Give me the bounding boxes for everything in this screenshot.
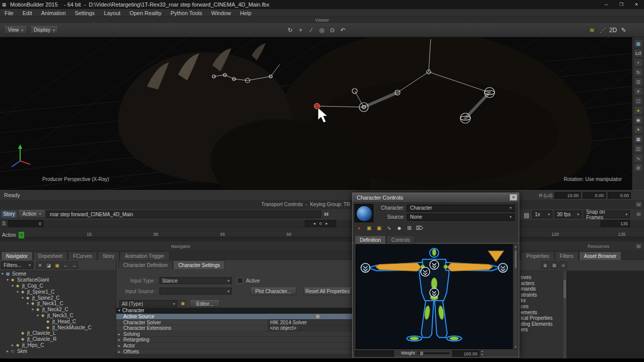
tab-navigator[interactable]: Navigator [1, 251, 33, 260]
blend-field[interactable] [355, 350, 394, 357]
tab-dopesheet[interactable]: Dopesheet [33, 251, 67, 260]
property-group-character[interactable]: ▼Character [116, 308, 352, 314]
curve-dots-icon[interactable]: ⋰ [598, 25, 607, 35]
character-definition-map[interactable] [356, 244, 513, 349]
clear-filter-icon[interactable]: ✕ [36, 261, 44, 269]
viewport-canvas[interactable] [0, 37, 644, 190]
tree-item-jt-spine1-c[interactable]: ▾◆jt_Spine1_C [0, 289, 116, 295]
tree-item-jt-spine2-c[interactable]: ▾◆jt_Spine2_C [0, 295, 116, 301]
tree-item-jt-hips-c[interactable]: ▸◆jt_Hips_C [0, 342, 116, 348]
keying-state-icon[interactable]: ● [355, 224, 363, 232]
fps-dropdown[interactable]: 30 fps [554, 211, 582, 218]
tab-animation-trigger[interactable]: Animation Trigger [120, 251, 169, 260]
tree-item-jt-cog-c[interactable]: ▾◆jt_Cog_C [0, 283, 116, 289]
editor-button[interactable]: Editor... [190, 300, 220, 307]
mirror-icon[interactable]: ⊞ [406, 224, 413, 232]
folder-new-icon[interactable]: ▣ [365, 224, 373, 232]
tree-expander-icon[interactable]: ▸ [12, 343, 16, 347]
tree-expander-icon[interactable]: ▸ [7, 349, 11, 353]
property-checkbox[interactable] [315, 314, 320, 319]
rotation-field-x[interactable]: 10.00 [554, 192, 581, 199]
orbit-icon[interactable]: ↻ [285, 25, 295, 35]
reset-view-icon[interactable]: ⊘ [634, 163, 643, 172]
list-view-icon[interactable]: ≣ [541, 261, 549, 269]
tab-definition[interactable]: Definition [355, 235, 386, 244]
step-down-icon[interactable]: ▾ [481, 353, 483, 356]
tree-item-jt-neckmuscle-c[interactable]: ◆jt_NeckMuscle_C [0, 324, 116, 330]
property-row-active-source[interactable]: Active Source [116, 314, 352, 320]
display-menu-button[interactable]: Display [30, 26, 58, 34]
weight-value-field[interactable]: 100.00 [452, 350, 479, 357]
tree-expander-icon[interactable]: ▾ [7, 278, 11, 282]
tree-expander-icon[interactable]: ▾ [37, 313, 41, 318]
asset-item-fragment[interactable]: ding Elements [519, 321, 562, 327]
tree-expander-icon[interactable]: ▾ [12, 284, 16, 288]
timeline-comb-icon[interactable]: ≋ [587, 25, 597, 35]
tab-asset-browser[interactable]: Asset Browser [579, 251, 621, 260]
asset-item-fragment[interactable]: acters [519, 281, 562, 287]
tab-character-settings[interactable]: Character Settings [173, 260, 225, 269]
pen-icon[interactable]: ✎ [619, 25, 628, 35]
tree-item-scarfacegiant[interactable]: ▾◆ScarfaceGiant [0, 277, 116, 283]
timeline-end-field[interactable]: 135 [601, 220, 630, 227]
tab-character-definition[interactable]: Character Definition [118, 260, 173, 269]
pan-icon[interactable]: + [296, 25, 305, 35]
bookmark-icon[interactable]: ▣ [53, 261, 61, 269]
property-row-actor[interactable]: ▸Actor [116, 343, 352, 349]
rotation-field-z[interactable]: 0.00 [608, 192, 631, 199]
playback-speed-dropdown[interactable]: 1x [532, 211, 552, 218]
filters-dropdown[interactable]: Filters... [1, 261, 33, 269]
tree-item-jt-neck3-c[interactable]: ▾◆jt_Neck3_C [0, 313, 116, 319]
asset-item-fragment[interactable]: ces [519, 304, 562, 310]
rotate-back-icon[interactable]: ↶ [338, 25, 348, 35]
tree-item-jt-clavicle-l[interactable]: ◆jt_Clavicle_L [0, 330, 116, 336]
character-controls-titlebar[interactable]: Character Controls ✕ [353, 193, 519, 202]
selected-joint[interactable] [314, 104, 320, 109]
asset-item-fragment[interactable]: ers [519, 327, 562, 333]
tree-item-jt-head-c[interactable]: ◆jt_Head_C [0, 318, 116, 324]
asset-tree-scrollbar[interactable] [562, 271, 567, 358]
folder-icon[interactable]: ▣ [375, 224, 383, 232]
forward-icon[interactable]: → [70, 261, 78, 269]
select-tool-icon[interactable]: ◻ [634, 97, 643, 105]
tab-story[interactable]: Story [98, 251, 119, 260]
next-frame-icon[interactable]: ▸ [326, 221, 328, 226]
type-filter-dropdown[interactable]: All (Type) [119, 300, 178, 307]
delete-icon[interactable]: ⌦ [416, 224, 423, 232]
tab-filters[interactable]: Filters [555, 251, 579, 260]
character-select-dropdown[interactable]: Character [407, 205, 515, 212]
tree-item-scene[interactable]: ▾▦Scene [0, 271, 116, 277]
collapse-icon[interactable]: ▼ [116, 308, 122, 314]
tab-fcurves[interactable]: FCurves [68, 251, 97, 260]
asset-item-fragment[interactable]: mands [519, 286, 562, 292]
weight-slider[interactable] [418, 352, 449, 354]
skeleton-icon[interactable]: ∿ [385, 224, 393, 232]
maximize-icon[interactable]: ❐ [614, 0, 629, 9]
back-icon[interactable]: ← [62, 261, 69, 269]
snap-dropdown[interactable]: Snap on Frames [584, 211, 630, 218]
character-map-scrollbar[interactable]: ▲ ▼ [514, 244, 518, 349]
scroll-up-icon[interactable]: ▲ [515, 245, 517, 248]
weight-stepper[interactable]: ▴ ▾ [481, 349, 483, 356]
close-icon[interactable]: ✕ [510, 194, 517, 201]
sync-selection-icon[interactable]: ◪ [45, 261, 52, 269]
property-row-character-extensions[interactable]: Character Extensions<no object> [116, 325, 352, 331]
select-icon[interactable]: ◎ [317, 25, 327, 35]
step-up-icon[interactable]: ▴ [481, 349, 483, 353]
zoom-icon[interactable]: ⊙ [328, 25, 337, 35]
trex-model[interactable] [118, 37, 592, 190]
plot-character-button[interactable]: Plot Character... [250, 288, 296, 295]
tab-properties[interactable]: Properties [521, 251, 554, 260]
character-figure[interactable] [356, 245, 512, 348]
character-controls-window[interactable]: Character Controls ✕ Character: Characte… [352, 193, 519, 357]
menu-window[interactable]: Window [207, 10, 235, 16]
tree-item-jt-clavicle-r[interactable]: ◆jt_Clavicle_R [0, 336, 116, 342]
timeline-start-field[interactable]: 0 [8, 220, 43, 227]
property-row-character-solver[interactable]: Character SolverHIK 2014 Solver [116, 320, 352, 326]
bones-icon[interactable]: ∿ [634, 154, 643, 162]
reset-all-properties-button[interactable]: Reset All Properties [303, 288, 352, 295]
input-type-dropdown[interactable]: Stance [159, 277, 232, 284]
active-checkbox[interactable] [237, 278, 243, 284]
timeline-mini-transport[interactable]: ◂ 0 ▸ [305, 220, 336, 227]
take-step-icons[interactable]: ▮▮ [324, 212, 329, 216]
